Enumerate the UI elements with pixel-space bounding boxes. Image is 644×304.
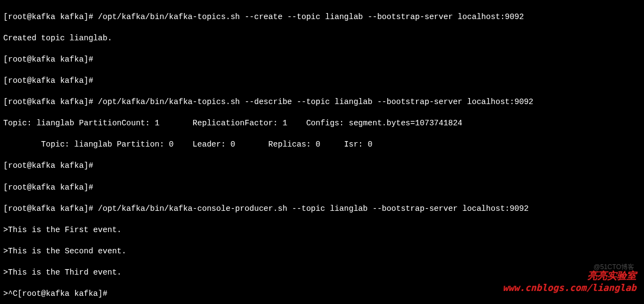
producer-msg-1: >This is the First event. [3,225,641,236]
prompt-empty: [root@kafka kafka]# [3,76,641,87]
cmd-producer: [root@kafka kafka]# /opt/kafka/bin/kafka… [3,204,641,215]
watermark-lab: 亮亮实验室 [587,269,636,282]
cmd-describe-topic: [root@kafka kafka]# /opt/kafka/bin/kafka… [3,97,641,108]
output-describe-1: Topic: lianglab PartitionCount: 1 Replic… [3,118,641,129]
prompt-empty: [root@kafka kafka]# [3,54,641,65]
cmd-create-topic: [root@kafka kafka]# /opt/kafka/bin/kafka… [3,12,641,23]
producer-msg-3: >This is the Third event. [3,267,641,278]
producer-msg-2: >This is the Second event. [3,246,641,257]
output-describe-2: Topic: lianglab Partition: 0 Leader: 0 R… [3,139,641,150]
output-created: Created topic lianglab. [3,33,641,44]
watermark-url: www.cnblogs.com/lianglab [503,282,636,294]
prompt-empty: [root@kafka kafka]# [3,183,641,193]
terminal-output[interactable]: [root@kafka kafka]# /opt/kafka/bin/kafka… [0,0,644,304]
prompt-empty: [root@kafka kafka]# [3,161,641,172]
